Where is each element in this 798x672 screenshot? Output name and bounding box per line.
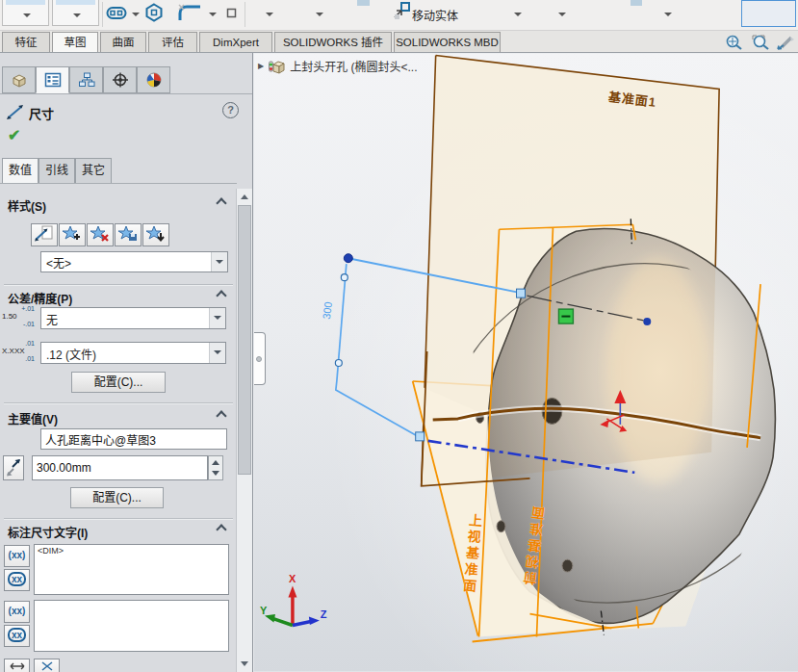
style-section-header[interactable]: 样式(S) [8,197,46,214]
splitter-grip-icon [256,356,262,362]
dimension-text-section-header[interactable]: 标注尺寸文字(I) [8,524,88,540]
pm-tab-configurations[interactable] [69,66,103,93]
load-style-button[interactable] [142,223,169,246]
pm-tab-propertymanager[interactable] [36,66,69,93]
z-axis-label: Z [321,608,327,620]
divider [4,402,233,403]
tab-other[interactable]: 其它 [75,158,112,184]
toolbar-icon-fragment [631,0,642,6]
scrollbar-thumb[interactable] [238,205,251,475]
toolbar-dropdown-caret[interactable] [316,13,323,16]
ok-button[interactable]: ✔ [8,126,20,144]
scroll-down-icon[interactable] [241,661,248,666]
tab-features[interactable]: 特征 [2,32,50,52]
appearance-sphere-icon [145,72,163,88]
pm-tab-featuremanager[interactable] [2,66,36,93]
tab-leaders[interactable]: 引线 [39,158,75,184]
breadcrumb[interactable]: ▶ 上封头开孔 (椭圆封头<... [258,58,418,74]
tolerance-configurations-button[interactable]: 配置(C)... [71,372,166,393]
collapse-chevron-icon[interactable] [216,197,226,208]
arrows-x-icon [8,659,27,672]
scroll-up-icon[interactable] [241,194,248,199]
dimension-name-input[interactable] [40,428,227,450]
graphics-viewport[interactable]: 300 [254,53,798,672]
divider [4,518,233,519]
sketch-handle[interactable] [517,289,526,297]
expand-arrow-icon[interactable]: ▶ [258,62,264,70]
toolbar-dropdown-caret[interactable] [664,13,672,16]
tolerance-type-value: 无 [46,311,58,327]
dimension-text-area-primary[interactable]: <DIM> [34,544,229,595]
collapse-chevron-icon[interactable] [216,410,226,421]
style-dropdown[interactable]: <无> [40,251,228,272]
tab-evaluate[interactable]: 评估 [148,32,197,52]
value-spinner[interactable] [208,455,223,480]
tab-sketch[interactable]: 草图 [52,32,98,52]
toolbar-icon-fragment [56,0,95,5]
zoom-fit-icon[interactable] [724,34,745,51]
dimension-value-input[interactable] [32,455,208,480]
polygon-tool-icon[interactable] [144,3,164,22]
collapse-chevron-icon[interactable] [216,290,226,300]
dropdown-button[interactable] [209,308,225,328]
dimension-value-text[interactable]: 300 [321,301,334,321]
horizontal-relation-badge[interactable] [558,309,573,323]
primary-configurations-button[interactable]: 配置(C)... [70,487,164,508]
save-style-button[interactable] [115,223,142,246]
pm-tab-dimxpert[interactable] [103,66,137,93]
tolerance-type-dropdown[interactable]: 无 [40,307,226,329]
rectangle-tool-icon[interactable] [226,8,237,18]
move-entities-icon[interactable] [393,2,410,20]
collapse-chevron-icon[interactable] [216,524,226,534]
toolbar-dropdown-caret[interactable] [558,13,566,16]
tolerance-section-header[interactable]: 公差/精度(P) [8,290,72,306]
link-values-button[interactable] [3,455,24,480]
fillet-tool-icon[interactable] [177,2,204,23]
dim-text-pill-button-1[interactable]: xx [4,569,30,591]
help-icon[interactable]: ? [222,102,239,118]
sketch-handle[interactable] [416,432,425,441]
panel-splitter-handle[interactable] [254,332,266,385]
tab-value[interactable]: 数值 [2,158,39,184]
mirror-icon-fragment [357,0,370,6]
sketch-endpoint[interactable] [643,318,651,325]
view-settings-icon[interactable] [776,34,797,51]
dropdown-button[interactable] [211,252,227,271]
delete-style-button[interactable] [87,223,114,246]
tab-surfaces[interactable]: 曲面 [100,32,146,52]
sketch-point[interactable] [344,254,352,263]
dim-text-paren-button-2[interactable]: (xx) [4,601,30,623]
toolbar-highlighted-button[interactable] [741,0,796,27]
slot-dropdown-caret[interactable] [132,13,140,16]
toolbar-flyout-button-1[interactable] [2,0,49,26]
breadcrumb-text[interactable]: 上封头开孔 (椭圆封头<... [290,58,417,74]
dimension-text-area-secondary[interactable] [34,600,229,652]
move-entities-label[interactable]: 移动实体 [412,7,458,23]
tab-sw-addins[interactable]: SOLIDWORKS 插件 [274,32,392,52]
apply-default-style-button[interactable] [31,223,58,246]
precision-dropdown[interactable]: .12 (文件) [40,342,226,364]
spin-up-icon[interactable] [212,460,219,465]
toolbar-dropdown-caret[interactable] [266,13,273,16]
dim-text-paren-button-1[interactable]: (xx) [4,545,30,567]
pm-tab-appearances[interactable] [137,66,170,93]
ribbon-tab-bar: 特征 草图 曲面 评估 DimXpert SOLIDWORKS 插件 SOLID… [0,31,798,53]
toolbar-separator [245,2,245,27]
dim-text-pill-button-2[interactable]: xx [4,625,30,647]
toolbar-flyout-button-2[interactable] [52,0,99,26]
justify-button-partial-2[interactable] [34,659,60,672]
fillet-dropdown-caret[interactable] [209,13,217,16]
dropdown-button[interactable] [209,343,225,363]
top-toolbar: 移动实体 [0,0,798,31]
divider [4,284,233,285]
add-style-button[interactable] [59,223,86,246]
justify-button-partial-1[interactable] [4,659,30,672]
zoom-area-icon[interactable] [751,34,772,51]
tab-sw-mbd[interactable]: SOLIDWORKS MBD [394,32,501,52]
primary-value-section-header[interactable]: 主要值(V) [8,410,58,426]
slot-tool-icon[interactable] [106,6,127,20]
toolbar-dropdown-caret[interactable] [514,13,522,16]
panel-scrollbar[interactable] [236,189,252,672]
spin-down-icon[interactable] [212,471,219,476]
tab-dimxpert[interactable]: DimXpert [199,32,272,52]
